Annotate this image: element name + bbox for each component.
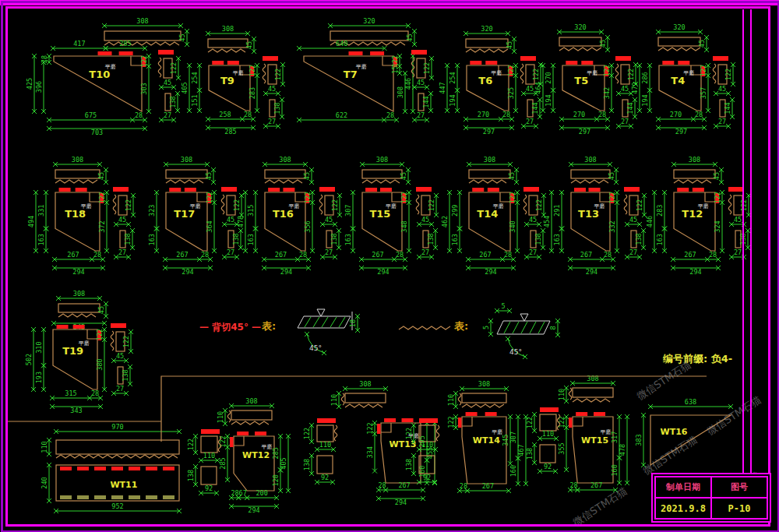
dim-label: 45 bbox=[698, 40, 706, 48]
number-prefix-note: 编号前缀: 负4- bbox=[663, 352, 732, 366]
dim-label: 285 bbox=[219, 457, 227, 469]
dim-label: 45 bbox=[529, 216, 537, 224]
dim-label: 307 bbox=[344, 205, 352, 217]
dim-label: 254 bbox=[449, 72, 456, 83]
dim-label: 138 bbox=[303, 459, 311, 470]
dim-label: 163 bbox=[451, 234, 459, 245]
piece-t14: 3084546229916312234026728294T14平磨1224513… bbox=[441, 156, 546, 276]
legend-zigzag-symbol: 55845° bbox=[399, 302, 560, 359]
dim-label: 122 bbox=[233, 199, 241, 211]
dim-label: 28 bbox=[201, 251, 209, 259]
dim-label: 703 bbox=[91, 129, 103, 136]
dim-label: 294 bbox=[689, 268, 701, 276]
dim-label: 267 bbox=[176, 251, 188, 259]
dim-label: 258 bbox=[219, 111, 231, 118]
dim-label: 45° bbox=[309, 344, 322, 352]
right-inner-border-line bbox=[742, 9, 744, 473]
dim-label: 8 bbox=[549, 326, 557, 329]
dim-label: 27 bbox=[118, 248, 126, 256]
dim-label: 331 bbox=[37, 205, 45, 217]
dim-label: 462 bbox=[441, 216, 449, 227]
dim-label: 163 bbox=[37, 234, 45, 245]
piece-label: T15 bbox=[369, 208, 390, 220]
dim-label: 27 bbox=[417, 111, 425, 119]
dim-label: 122 bbox=[535, 199, 543, 211]
piece-label: T18 bbox=[65, 208, 86, 220]
dim-label: 27 bbox=[268, 118, 276, 125]
finish-label: 平磨 bbox=[105, 64, 116, 70]
finish-label: 平磨 bbox=[81, 203, 92, 210]
dim-label: 285 bbox=[119, 40, 131, 48]
dim-label: 45 bbox=[526, 85, 534, 93]
dim-label: 151 bbox=[191, 94, 199, 106]
piece-t13: 3084545429116312233226728294T13平磨1224513… bbox=[543, 156, 647, 276]
dim-label: 110 bbox=[217, 411, 224, 423]
dim-label: 45 bbox=[97, 306, 105, 314]
dim-label: 27 bbox=[734, 248, 742, 256]
dim-label: 28 bbox=[695, 111, 703, 118]
dim-label: 122 bbox=[405, 428, 413, 439]
finish-label: 平磨 bbox=[594, 203, 605, 210]
dim-label: 345 bbox=[502, 434, 509, 446]
dim-label: 45 bbox=[268, 85, 276, 93]
title-block-grid: 制单日期 图号 2021.9.8 P-10 bbox=[654, 476, 768, 520]
dim-label: 320 bbox=[673, 23, 685, 31]
title-block: 制单日期 图号 2021.9.8 P-10 bbox=[651, 473, 771, 523]
dim-label: 138 bbox=[122, 369, 129, 381]
dim-label: 308 bbox=[359, 380, 371, 388]
dim-label: 45 bbox=[734, 216, 742, 224]
dim-label: 28 bbox=[504, 251, 512, 259]
dim-label: 286 bbox=[641, 72, 649, 83]
piece-label: T14 bbox=[477, 208, 498, 220]
cad-canvas: 308454172852842539612230367528703T10平磨12… bbox=[0, 0, 779, 532]
dim-label: 270 bbox=[573, 111, 585, 118]
dim-label: 138 bbox=[534, 233, 542, 245]
dim-label: 92 bbox=[321, 474, 329, 481]
dim-label: 28 bbox=[244, 111, 252, 118]
dim-label: 267 bbox=[372, 251, 383, 259]
dim-label: 122 bbox=[140, 55, 148, 67]
piece-t6: 3204544725419412232527028297T6平磨12245144… bbox=[439, 25, 543, 136]
dim-label: 122 bbox=[423, 62, 431, 74]
dim-label: 294 bbox=[182, 268, 193, 276]
dim-label: 308 bbox=[245, 397, 257, 405]
dim-label: 270 bbox=[670, 111, 682, 118]
dim-label: 502 bbox=[25, 354, 33, 365]
dim-label: 27 bbox=[116, 385, 124, 393]
dim-label: 138 bbox=[124, 233, 132, 245]
dim-label: 28 bbox=[93, 251, 101, 259]
dim-label: 28 bbox=[396, 251, 404, 259]
finish-label: 平磨 bbox=[233, 70, 244, 76]
dim-label: 15 bbox=[391, 65, 399, 73]
piece-label: WT16 bbox=[661, 427, 688, 437]
dim-label: 122 bbox=[304, 192, 312, 203]
dim-label: 138 bbox=[405, 459, 413, 470]
dim-label: 122 bbox=[122, 336, 130, 347]
dim-label: 267 bbox=[67, 251, 79, 259]
finish-label: 平磨 bbox=[386, 203, 397, 210]
dim-label: 45 bbox=[508, 172, 516, 180]
dim-label: 194 bbox=[545, 94, 552, 106]
legend2-means-label: 表: bbox=[454, 319, 468, 333]
dim-label: 270 bbox=[478, 111, 489, 118]
dim-label: 144 bbox=[422, 96, 430, 107]
dim-label: 28 bbox=[231, 489, 238, 497]
dim-label: 138 bbox=[169, 96, 177, 107]
dim-label: 144 bbox=[626, 102, 634, 114]
dim-label: 122 bbox=[608, 192, 616, 203]
finish-label: 平磨 bbox=[491, 70, 502, 76]
dim-label: 308 bbox=[584, 156, 596, 164]
dim-label: 138 bbox=[427, 233, 435, 245]
dim-label: 325 bbox=[507, 87, 515, 99]
dim-label: 28 bbox=[91, 389, 99, 397]
dim-label: 267 bbox=[482, 482, 494, 490]
dim-label: 320 bbox=[363, 17, 375, 25]
dim-label: 308 bbox=[222, 25, 234, 33]
piece-t7: 320456401221544630862228T7平磨1224514427 bbox=[297, 17, 434, 122]
dim-label: 122 bbox=[532, 69, 540, 80]
dim-label: 291 bbox=[553, 205, 561, 217]
dim-label: 5 bbox=[482, 326, 490, 329]
dim-label: 323 bbox=[148, 205, 156, 217]
dim-label: 970 bbox=[111, 423, 123, 431]
dim-label: 5 bbox=[501, 302, 505, 310]
